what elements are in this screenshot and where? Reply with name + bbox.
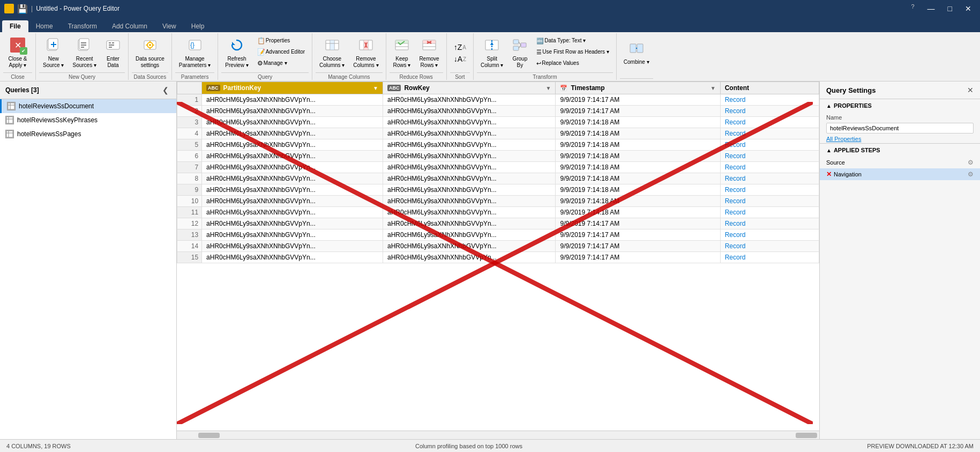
tab-view[interactable]: View (155, 20, 184, 32)
table-row[interactable]: 13 aHR0cHM6Ly9saXNhXNhbGVVpYn... aHR0cHM… (177, 229, 819, 241)
step-source[interactable]: Source ⚙ (820, 157, 980, 168)
ribbon: ✕ ✔ Close &Apply ▾ Close NewSource ▾ (0, 32, 980, 81)
name-field-input[interactable] (826, 123, 974, 134)
first-row-headers-button[interactable]: ☰ Use First Row as Headers ▾ (533, 47, 612, 57)
apply-close-button[interactable]: ✕ ✔ Close &Apply ▾ (3, 35, 32, 71)
new-source-button[interactable]: NewSource ▾ (39, 35, 68, 71)
data-source-settings-button[interactable]: Data sourcesettings (132, 35, 168, 71)
record-link[interactable]: Record (725, 130, 746, 137)
remove-rows-button[interactable]: RemoveRows ▾ (415, 35, 443, 71)
step-source-label: Source (826, 159, 845, 166)
tab-help[interactable]: Help (184, 20, 212, 32)
table-row[interactable]: 10 aHR0cHM6Ly9saXNhXNhbGVVpYn... aHR0cHM… (177, 196, 819, 207)
sort-asc-button[interactable]: ↑Z A (450, 42, 470, 53)
h-scrollbar[interactable] (177, 431, 819, 439)
step-source-name: Source (826, 159, 845, 166)
table-row[interactable]: 2 aHR0cHM6Ly9saXNhXNhbGVVpYn... aHR0cHM6… (177, 106, 819, 117)
manage-button[interactable]: ⚙ Manage ▾ (253, 58, 309, 69)
timestamp-header[interactable]: 📅 Timestamp ▼ (556, 82, 720, 94)
tab-add-column[interactable]: Add Column (104, 20, 155, 32)
svg-point-19 (149, 44, 151, 46)
combine-button[interactable]: Combine ▾ (620, 35, 653, 71)
table-row[interactable]: 12 aHR0cHM6Ly9saXNhXNhbGVVpYn... aHR0cHM… (177, 218, 819, 229)
step-navigation-gear-icon[interactable]: ⚙ (968, 171, 974, 178)
record-link[interactable]: Record (725, 209, 746, 216)
record-link[interactable]: Record (725, 197, 746, 205)
data-sources-items: Data sourcesettings (132, 35, 168, 72)
tab-file[interactable]: File (2, 20, 28, 32)
table-row[interactable]: 11 aHR0cHM6Ly9saXNhXNhbGVVpYn... aHR0cHM… (177, 207, 819, 218)
data-table-container[interactable]: ABC PartitionKey ▼ ABC RowKey ▼ (177, 81, 819, 431)
sidebar-item-hotel-reviews-document[interactable]: hotelReviewsSsDocument (0, 99, 176, 113)
table-row[interactable]: 3 aHR0cHM6Ly9saXNhXNhbGVVpYn... aHR0cHM6… (177, 117, 819, 128)
table-row[interactable]: 6 aHR0cHM6Ly9saXNhXNhbGVVpYn... aHR0cHM6… (177, 151, 819, 162)
maximize-button[interactable]: □ (944, 3, 956, 14)
partition-key-filter-button[interactable]: ▼ (373, 85, 378, 91)
properties-button[interactable]: 📋 Properties (253, 35, 309, 46)
sort-items: ↑Z A ↓A Z (450, 35, 470, 72)
split-column-button[interactable]: SplitColumn ▾ (477, 35, 507, 71)
svg-rect-52 (513, 46, 519, 50)
tab-home[interactable]: Home (28, 20, 61, 32)
record-link[interactable]: Record (725, 107, 746, 115)
content-header[interactable]: Content (720, 82, 819, 94)
manage-parameters-button[interactable]: {} ManageParameters ▾ (175, 35, 214, 71)
save-icon[interactable]: 💾 (17, 4, 28, 14)
all-properties-link[interactable]: All Properties (820, 135, 980, 143)
data-table: ABC PartitionKey ▼ ABC RowKey ▼ (177, 81, 819, 263)
enter-data-button[interactable]: EnterData (101, 35, 125, 71)
record-link[interactable]: Record (725, 175, 746, 182)
record-link[interactable]: Record (725, 220, 746, 227)
h-scrollbar-thumb[interactable] (198, 433, 220, 438)
record-link[interactable]: Record (725, 164, 746, 171)
record-link[interactable]: Record (725, 118, 746, 126)
sort-group-label: Sort (450, 72, 470, 80)
table-row[interactable]: 15 aHR0cHM6Ly9saXNhXNhbGVVpYn... aHR0cHM… (177, 252, 819, 263)
advanced-editor-button[interactable]: 📝 Advanced Editor (253, 47, 309, 57)
row-number: 1 (177, 94, 202, 106)
recent-sources-button[interactable]: RecentSources ▾ (69, 35, 100, 71)
table-row[interactable]: 8 aHR0cHM6Ly9saXNhXNhbGVVpYn... aHR0cHM6… (177, 173, 819, 184)
replace-values-button[interactable]: ↩ Replace Values (533, 58, 612, 69)
sort-desc-button[interactable]: ↓A Z (450, 54, 470, 64)
sidebar-collapse-button[interactable]: ❮ (160, 85, 171, 95)
table-row[interactable]: 4 aHR0cHM6Ly9saXNhXNhbGVVpYn... aHR0cHM6… (177, 128, 819, 139)
record-link[interactable]: Record (725, 254, 746, 261)
refresh-icon (229, 38, 244, 55)
query-settings-close-button[interactable]: ✕ (967, 86, 974, 94)
step-navigation[interactable]: ✕ Navigation ⚙ (820, 168, 980, 180)
sidebar-item-hotel-reviews-pages[interactable]: hotelReviewsSsPages (0, 127, 176, 141)
sidebar-item-hotel-reviews-keyphrases[interactable]: hotelReviewsSsKeyPhrases (0, 113, 176, 127)
keep-rows-button[interactable]: KeepRows ▾ (390, 35, 415, 71)
choose-columns-button[interactable]: ChooseColumns ▾ (316, 35, 348, 71)
data-type-button[interactable]: 🔤 Data Type: Text ▾ (533, 35, 612, 46)
step-source-gear-icon[interactable]: ⚙ (968, 159, 974, 166)
partition-key-header[interactable]: ABC PartitionKey ▼ (202, 82, 383, 94)
record-link[interactable]: Record (725, 242, 746, 250)
table-row[interactable]: 5 aHR0cHM6Ly9saXNhXNhbGVVpYn... aHR0cHM6… (177, 139, 819, 151)
row-number: 6 (177, 151, 202, 162)
table-row[interactable]: 1 aHR0cHM6Ly9saXNhXNhbGVVpYn... aHR0cHM6… (177, 94, 819, 106)
record-link[interactable]: Record (725, 96, 746, 103)
group-by-button[interactable]: GroupBy (508, 35, 532, 71)
tab-transform[interactable]: Transform (61, 20, 104, 32)
table-row[interactable]: 7 aHR0cHM6Ly9saXNhXNhbGVVpYn... aHR0cHM6… (177, 162, 819, 173)
row-key-header[interactable]: ABC RowKey ▼ (383, 82, 556, 94)
refresh-preview-button[interactable]: RefreshPreview ▾ (221, 35, 252, 71)
row-number: 4 (177, 128, 202, 139)
record-link[interactable]: Record (725, 186, 746, 194)
table-row[interactable]: 9 aHR0cHM6Ly9saXNhXNhbGVVpYn... aHR0cHM6… (177, 184, 819, 196)
close-button[interactable]: ✕ (961, 3, 976, 14)
new-query-items: NewSource ▾ RecentSources ▾ EnterData (39, 35, 125, 72)
record-link[interactable]: Record (725, 231, 746, 239)
remove-columns-button[interactable]: RemoveColumns ▾ (349, 35, 382, 71)
record-link[interactable]: Record (725, 141, 746, 149)
h-scrollbar-right[interactable] (796, 433, 817, 438)
timestamp-filter-button[interactable]: ▼ (710, 85, 716, 91)
apply-close-label: Close &Apply ▾ (8, 56, 27, 69)
record-link[interactable]: Record (725, 152, 746, 160)
row-key-filter-button[interactable]: ▼ (546, 85, 551, 91)
help-icon[interactable]: ? (911, 3, 914, 14)
minimize-button[interactable]: — (923, 3, 939, 14)
table-row[interactable]: 14 aHR0cHM6Ly9saXNhXNhbGVVpYn... aHR0cHM… (177, 241, 819, 252)
